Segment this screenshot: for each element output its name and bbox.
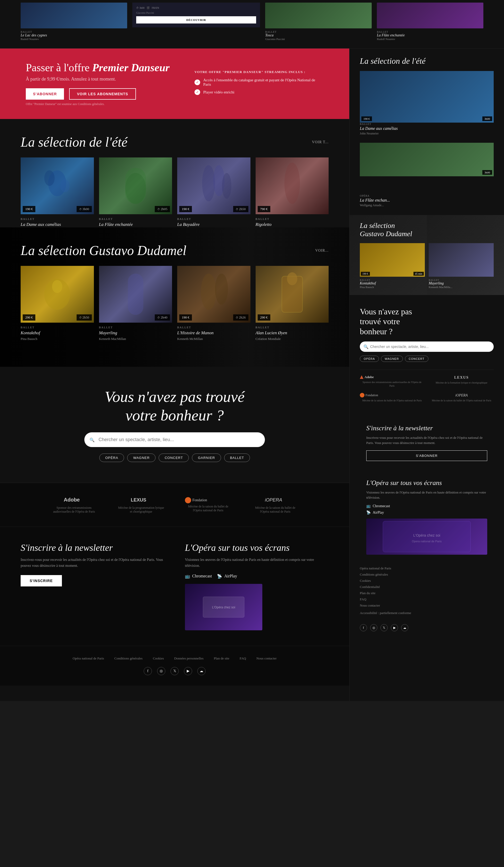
sidebar-footer-link-6[interactable]: FAQ [360,597,494,601]
sidebar-twitter-icon[interactable]: 𝕏 [381,624,388,631]
sidebar-soundcloud-icon[interactable]: ☁ [401,624,408,631]
sidebar-instagram-icon[interactable]: ◎ [370,624,377,631]
youtube-icon[interactable]: ▶ [184,667,192,675]
card-flute-name: La Flûte enchantée [99,222,172,227]
sidebar-footer-link-5[interactable]: Plan du site [360,591,494,595]
card-alan[interactable]: 290 € BALLET Alan Lucien Øyen Création M… [256,266,329,341]
tag-opera[interactable]: OPÉRA [99,453,124,462]
card-manon-type: BALLET [177,326,250,329]
card-manon-price: 190 € [179,314,192,321]
tag-concert[interactable]: CONCERT [158,453,189,462]
sidebar-mayerling-type: BALLET [429,279,494,281]
sidebar-footer-link-1[interactable]: Opéra national de Paris [360,566,494,570]
card-kontakthof-type: BALLET [21,326,94,329]
card-kontakthof[interactable]: 290 € ⏱2h50 BALLET Kontakthof Pina Bausc… [21,266,94,341]
sidebar-fondation-desc2: Mécène de la saison du ballet de l'Opéra… [360,399,424,403]
card-dame-type: BALLET [21,217,94,221]
footer-link-cookies[interactable]: Cookies [153,656,164,661]
top-card-1[interactable]: BALLET Le Lac des cygnes Rudolf Nouréev [21,0,127,43]
card-alan-bg [256,266,329,323]
soundcloud-icon[interactable]: ☁ [197,667,206,675]
sidebar-kontakthof[interactable]: 190 € 45 min BALLET Kontakthof Pina Baus… [360,243,425,289]
footer-link-opera[interactable]: Opéra national de Paris [73,656,104,661]
subscribe-button[interactable]: S'ABONNER [26,88,64,100]
footer-link-conditions[interactable]: Conditions générales [114,656,142,661]
search-tags: OPÉRA WAGNER CONCERT GARNIER BALLET [21,453,329,462]
sidebar-search-input[interactable] [360,342,494,352]
tag-ballet[interactable]: BALLET [224,453,250,462]
svg-text:L'Opéra chez soi: L'Opéra chez soi [212,606,235,609]
card-kontakthof-duration: ⏱2h50 [77,314,92,321]
footer-link-contact[interactable]: Nous contacter [256,656,276,661]
sidebar-sponsor-adobe: Adobe Sponsor des retransmissions audiov… [360,375,424,388]
card-manon-duration: ⏱2h26 [233,314,248,321]
sidebar-dame-bg: 190 € 3h00 [360,71,494,122]
tag-wagner[interactable]: WAGNER [127,453,155,462]
screens-text: Visionnez les œuvres de l'Opéra national… [185,557,329,569]
top-card-3[interactable]: BALLET La Flûte enchantée Rudolf Nouréev [377,0,483,43]
footer-link-donnees[interactable]: Données personnelles [174,656,204,661]
sidebar-screens: L'Opéra sur tous vos écrans Visionnez le… [360,473,494,561]
offers-button[interactable]: VOIR LES ABONNEMENTS [69,88,136,100]
card-dame-image: 190 € ⏱3h00 [21,158,94,214]
sidebar-sponsor-lexus: LEXUS Mécène de la formation lyrique et … [429,375,494,388]
gustavo-section: La sélection Gustavo Dudamel VOIR... [0,227,349,367]
sidebar-sponsor-fondation2: Fondation Mécène de la saison du ballet … [360,393,424,403]
newsletter-subscribe-btn[interactable]: S'INSCRIRE [21,575,62,587]
sidebar-footer-link-4[interactable]: Confidentialité [360,585,494,589]
svg-marker-21 [360,375,363,379]
sidebar-subscribe-btn[interactable]: S'ABONNER [366,450,487,461]
sidebar-facebook-icon[interactable]: f [360,624,367,631]
top-card-2[interactable]: BALLET Tosca Giacomo Puccini [265,0,372,43]
chromecast-badge: 📺 Chromecast [185,574,212,579]
promo-banner: Passer à l'offre Premier Danseur À parti… [0,49,349,119]
card-kontakthof-price: 290 € [23,314,35,321]
discover-btn[interactable]: DÉCOUVRIR [136,16,256,23]
sidebar-footer-link-3[interactable]: Cookies [360,579,494,583]
sidebar-footer-link-2[interactable]: Conditions générales [360,572,494,577]
sponsor-fondation-desc: Mécène de la saison du ballet de l'Opéra… [185,505,231,512]
sidebar-youtube-icon[interactable]: ▶ [391,624,398,631]
twitter-icon[interactable]: 𝕏 [171,667,179,675]
gustavo-see-all[interactable]: VOIR... [315,248,329,253]
card-dame-camelias[interactable]: 190 € ⏱3h00 BALLET La Dame aux camélias … [21,158,94,233]
summer-selection: La sélection de l'été VOIR T... 190 € [21,135,329,233]
summer-card-grid: 190 € ⏱3h00 BALLET La Dame aux camélias … [21,158,329,233]
instagram-icon[interactable]: ◎ [157,667,165,675]
card-dame-bg [21,158,94,214]
sidebar-tag-opera[interactable]: OPÉRA [360,356,379,362]
sidebar-footer-link-7[interactable]: Nous contacter [360,603,494,608]
card-mayerling-author: Kenneth MacMillan [99,337,172,341]
card3-type: BALLET [377,31,483,33]
sidebar-opera-card[interactable]: 3h00 OPÉRA La Flûte enchan... Wolfgang A… [360,143,494,207]
card-mayerling[interactable]: ⏱2h40 BALLET Mayerling Kenneth MacMillan [99,266,172,341]
search-input[interactable] [84,432,265,447]
facebook-icon[interactable]: f [144,667,152,675]
card-mayerling-duration: ⏱2h40 [155,314,170,321]
footer-link-faq[interactable]: FAQ [240,656,246,661]
card-alan-author: Création Mondiale [256,337,329,341]
card-bayadere-bg [177,158,250,214]
sidebar-kontakthof-name: Kontakthof [360,281,425,286]
sidebar-not-found: Vous n'avez pas trouvé votre bonheur ? 🔍… [360,301,494,370]
card-flute-enchantee[interactable]: ⏱2h05 BALLET La Flûte enchantée Wolfgang… [99,158,172,233]
card-mayerling-silhouette [99,266,172,323]
tag-garnier[interactable]: GARNIER [192,453,221,462]
summer-section-header: La sélection de l'été VOIR T... [21,135,329,150]
sidebar-tag-wagner[interactable]: WAGNER [381,356,403,362]
sidebar-mayerling[interactable]: BALLET Mayerling Kenneth MacMilla... [429,243,494,289]
sidebar-gustavo-cards: 190 € 45 min BALLET Kontakthof Pina Baus… [360,243,494,289]
svg-text:Adobe: Adobe [64,497,80,503]
footer-link-plan[interactable]: Plan de site [214,656,229,661]
screens-title: L'Opéra sur tous vos écrans [185,542,329,553]
card-rigoletto[interactable]: 790 € BALLET Rigoletto Giuseppe Verdi [256,158,329,233]
sidebar-dame-card[interactable]: 190 € 3h00 BALLET La Dame aux camélias J… [360,71,494,136]
summer-see-all[interactable]: VOIR T... [312,140,329,144]
card-kontakthof-image: 290 € ⏱2h50 [21,266,94,323]
card-bayadere[interactable]: 190 € ⏱2h50 BALLET La Bayadère Rudolf No… [177,158,250,233]
sidebar-tag-concert[interactable]: CONCERT [405,356,428,362]
card-bayadere-image: 190 € ⏱2h50 [177,158,250,214]
sidebar-accessibility: Accessibilité : partiellement conforme [360,611,494,615]
screens-col: L'Opéra sur tous vos écrans Visionnez le… [185,542,329,630]
card-manon[interactable]: 190 € ⏱2h26 BALLET L'Histoire de Manon K… [177,266,250,341]
